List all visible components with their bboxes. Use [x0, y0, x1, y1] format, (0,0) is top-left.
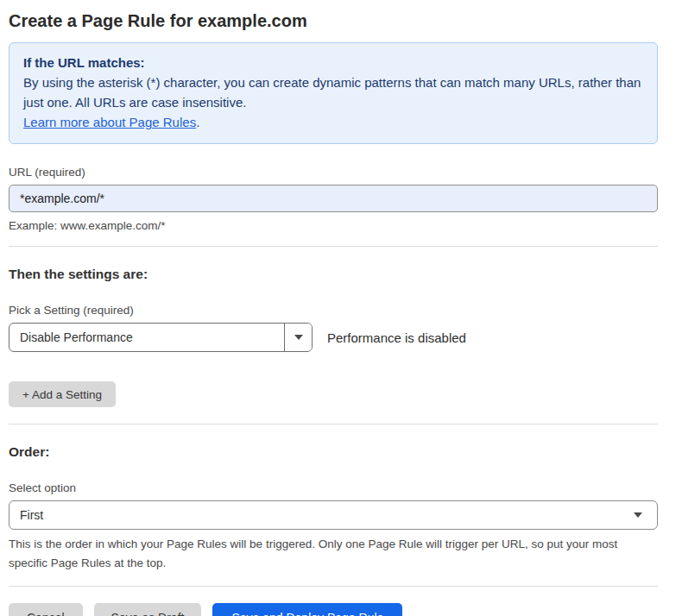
save-and-deploy-button[interactable]: Save and Deploy Page Rule — [212, 603, 402, 616]
url-input[interactable] — [9, 185, 658, 212]
order-select-value: First — [20, 508, 43, 522]
order-section-heading: Order: — [9, 444, 658, 460]
pick-setting-label: Pick a Setting (required) — [9, 304, 658, 317]
setting-select-value: Disable Performance — [9, 324, 284, 351]
order-select-label: Select option — [9, 481, 658, 494]
chevron-down-icon — [294, 335, 303, 340]
order-select[interactable]: First — [9, 500, 658, 530]
setting-status-text: Performance is disabled — [327, 330, 466, 345]
learn-more-link[interactable]: Learn more about Page Rules — [23, 115, 196, 129]
divider — [9, 246, 658, 247]
save-as-draft-button[interactable]: Save as Draft — [94, 603, 202, 616]
add-setting-button[interactable]: + Add a Setting — [9, 381, 116, 407]
divider — [9, 586, 658, 587]
form-actions: Cancel Save as Draft Save and Deploy Pag… — [9, 603, 658, 616]
cancel-button[interactable]: Cancel — [9, 603, 83, 616]
setting-picker-row: Disable Performance Performance is disab… — [9, 323, 658, 352]
create-page-rule-panel: Create a Page Rule for example.com If th… — [0, 0, 682, 616]
link-period: . — [196, 115, 199, 129]
divider — [9, 424, 658, 424]
url-field-label: URL (required) — [9, 166, 658, 179]
info-box-body: By using the asterisk (*) character, you… — [23, 72, 643, 112]
url-matches-info-box: If the URL matches: By using the asteris… — [9, 42, 658, 144]
info-box-heading: If the URL matches: — [23, 53, 643, 72]
page-title: Create a Page Rule for example.com — [9, 10, 658, 31]
order-help-text: This is the order in which your Page Rul… — [9, 535, 658, 573]
setting-select[interactable]: Disable Performance — [9, 323, 313, 352]
chevron-down-icon — [634, 512, 642, 518]
setting-select-arrow-button[interactable] — [284, 324, 312, 351]
url-example-text: Example: www.example.com/* — [9, 219, 658, 232]
settings-section-heading: Then the settings are: — [9, 267, 658, 282]
info-box-link-line: Learn more about Page Rules. — [23, 112, 643, 132]
